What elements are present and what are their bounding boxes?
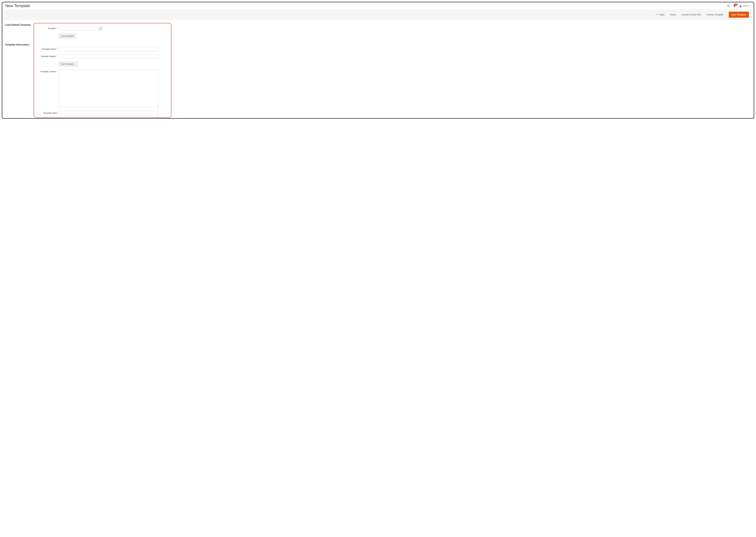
svg-point-0 <box>728 5 729 7</box>
template-select[interactable] <box>59 26 103 30</box>
template-content-textarea[interactable] <box>59 69 158 107</box>
back-label: Back <box>660 14 664 16</box>
arrow-left-icon <box>656 14 658 16</box>
username-label: admin <box>743 5 748 7</box>
template-styles-label: Template Styles <box>37 111 59 114</box>
svg-line-1 <box>729 6 730 7</box>
template-content-label: Template Content* <box>37 69 59 73</box>
search-icon[interactable] <box>727 4 730 7</box>
section-load-default-title: Load Default Template <box>5 23 34 27</box>
save-template-button[interactable]: Save Template <box>729 12 749 18</box>
chevron-down-icon <box>749 5 750 6</box>
user-icon <box>739 4 742 7</box>
header-actions: 33 admin <box>727 4 750 7</box>
section-template-information-title: Template Information <box>5 43 29 47</box>
page-header: New Template 33 admin <box>2 2 754 9</box>
notification-badge: 33 <box>734 4 737 6</box>
template-select-label: Template* <box>37 26 59 29</box>
load-template-button[interactable]: Load Template <box>59 33 76 39</box>
template-subject-input[interactable] <box>59 54 158 59</box>
template-select-input[interactable] <box>59 26 99 30</box>
form-highlight-region: Template* Load Template <box>34 23 171 118</box>
page-content: Load Default Template Template* <box>2 20 754 118</box>
page-title: New Template <box>5 4 727 8</box>
template-name-label: Template Name* <box>37 47 59 50</box>
caret-down-icon <box>100 28 101 29</box>
back-button[interactable]: Back <box>656 13 665 17</box>
notifications-icon[interactable]: 33 <box>733 4 736 7</box>
template-select-dropdown-button[interactable] <box>99 26 103 30</box>
action-toolbar: Back Reset Convert to Plain Text Preview… <box>4 9 752 20</box>
convert-to-plain-text-button[interactable]: Convert to Plain Text <box>681 13 701 17</box>
preview-template-button[interactable]: Preview Template <box>706 13 724 17</box>
insert-variable-button[interactable]: Insert Variable... <box>59 62 77 66</box>
app-window: New Template 33 admin Back <box>2 2 754 119</box>
account-menu[interactable]: admin <box>739 4 750 7</box>
template-name-input[interactable] <box>59 47 158 51</box>
reset-button[interactable]: Reset <box>670 13 676 17</box>
svg-point-2 <box>740 5 741 6</box>
template-subject-label: Template Subject* <box>37 54 59 58</box>
template-styles-textarea[interactable] <box>59 111 158 115</box>
